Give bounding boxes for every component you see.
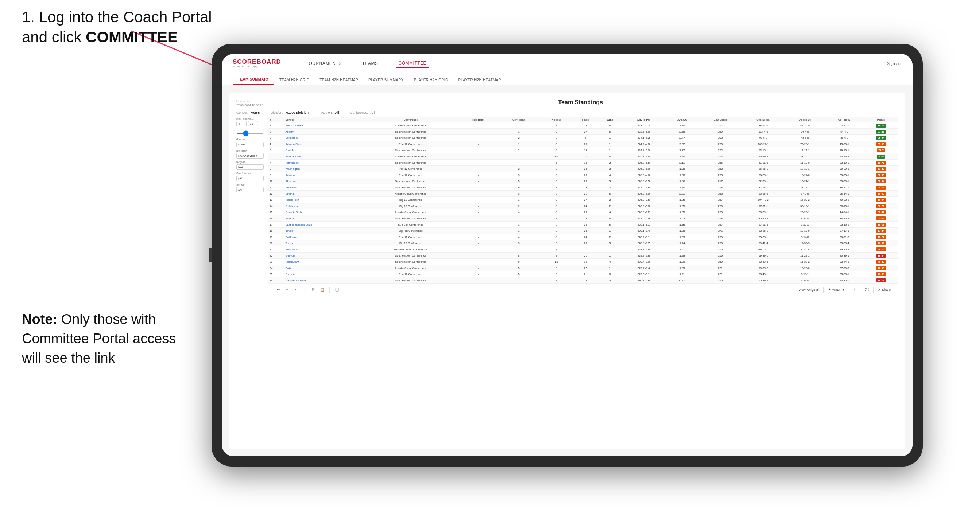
cell-low-score: 265 <box>699 160 741 166</box>
sub-nav-team-summary[interactable]: TEAM SUMMARY <box>233 75 274 85</box>
cell-conf-rank: 1 <box>498 246 540 252</box>
cell-adj-par: 277.5 -2.9 <box>622 215 665 222</box>
cell-rnds: 18 <box>573 160 598 166</box>
cell-no-tour: 8 <box>540 135 573 141</box>
cell-vs25: 63-17-0 <box>825 122 864 129</box>
download-btn[interactable]: ⬇ <box>853 288 856 292</box>
cell-rank: 9 <box>268 172 284 178</box>
cell-conf: Atlantic Coast Conference <box>363 154 458 160</box>
cell-vs25: 38-15-1 <box>825 203 864 209</box>
school-select[interactable]: (All) <box>236 187 264 192</box>
cell-conf-rank: 4 <box>498 234 540 240</box>
cell-overall: 88-17-0 <box>741 122 785 129</box>
table-row: 20 Texas Big 12 Conference - 3 9 28 3 27… <box>268 240 898 246</box>
share-btn[interactable]: ↗ Share <box>878 288 891 292</box>
cell-ovr-rec: 42-6-0 <box>785 135 825 141</box>
cell-points: 46.91 <box>864 240 898 246</box>
cell-conf-rank: 10 <box>498 277 540 284</box>
nav-teams[interactable]: TEAMS <box>359 59 381 67</box>
cell-vs25: 23-33-1 <box>825 271 864 277</box>
min-rounds-slider[interactable] <box>236 133 264 134</box>
cell-wins: 4 <box>598 215 622 222</box>
view-original-label: View: Original <box>799 288 818 292</box>
sub-nav-player-h2h-grid[interactable]: PLAYER H2H GRID <box>409 75 453 85</box>
cell-points: 89.11 <box>864 122 898 129</box>
cell-wins: 2 <box>598 160 622 166</box>
sub-nav-player-summary[interactable]: PLAYER SUMMARY <box>363 75 409 85</box>
cell-rank: 12 <box>268 190 284 197</box>
back-icon[interactable]: ‹ <box>293 287 299 293</box>
min-val1-input[interactable] <box>236 121 247 127</box>
cell-points: 60.71 <box>864 203 898 209</box>
cell-vs25: 39-20-1 <box>825 166 864 172</box>
cell-conf: Southeastern Conference <box>363 129 458 135</box>
cell-school: Auburn <box>284 129 363 135</box>
cell-rank: 13 <box>268 197 284 203</box>
cell-overall: 90-33-2 <box>741 265 785 271</box>
cell-adj-par: 280.7 -1.8 <box>622 277 665 284</box>
conference-select[interactable]: (All) SEC Big 12 ACC Pac-12 Big Ten <box>236 176 264 181</box>
redo-icon[interactable]: ↪ <box>284 287 290 293</box>
cell-rnds: 26 <box>573 141 598 147</box>
cell-school: Georgia <box>284 252 363 259</box>
forward-icon[interactable]: › <box>302 287 307 293</box>
cell-reg-rank: - <box>459 271 498 277</box>
cell-reg-rank: - <box>459 222 498 228</box>
cell-adj-par: 274.2 -4.0 <box>622 141 665 147</box>
cell-rank: 24 <box>268 265 284 271</box>
cell-ovr-rec: 30-15-1 <box>785 203 825 209</box>
cell-reg-rank: - <box>459 228 498 234</box>
region-select[interactable]: N/A Northeast Southeast Midwest West <box>236 164 264 170</box>
cell-points: 86.54 <box>864 135 898 141</box>
division-filter-display: Division: NCAA Division I <box>270 111 310 114</box>
cell-ovr-rec: 10-23-0 <box>785 265 825 271</box>
cell-avg-sg: 1.44 <box>665 240 699 246</box>
cell-no-tour: 10 <box>540 259 573 265</box>
view-original-btn[interactable]: View: Original <box>799 288 818 292</box>
sub-nav-team-h2h-grid[interactable]: TEAM H2H GRID <box>274 75 314 85</box>
cell-no-tour: 8 <box>540 222 573 228</box>
cell-avg-sg: 1.98 <box>665 172 699 178</box>
cell-avg-sg: 0.97 <box>665 277 699 284</box>
cell-adj-par: 273.5 -5.2 <box>622 122 665 129</box>
cell-school: Tennessee <box>284 160 363 166</box>
cell-conf: Southeastern Conference <box>363 184 458 190</box>
division-select[interactable]: NCAA Division I NCAA Division II NCAA Di… <box>236 153 264 159</box>
cell-low-score: 262 <box>699 166 741 172</box>
cell-points: 38.54 <box>864 252 898 259</box>
copy-icon[interactable]: ⎘ <box>310 287 316 293</box>
undo-icon[interactable]: ↩ <box>275 287 281 293</box>
sub-nav-team-h2h-heatmap[interactable]: TEAM H2H HEATMAP <box>314 75 363 85</box>
cell-ovr-rec: 11-29-1 <box>785 252 825 259</box>
cell-conf: Mountain West Conference <box>363 246 458 252</box>
fullscreen-btn[interactable]: ⛶ <box>865 288 869 292</box>
cell-adj-par: 279.1 -1.4 <box>622 228 665 234</box>
cell-low-score: 264 <box>699 154 741 160</box>
time-icon[interactable]: 🕐 <box>334 287 340 293</box>
cell-avg-sg: 1.28 <box>665 252 699 259</box>
nav-tournaments[interactable]: TOURNAMENTS <box>303 59 345 67</box>
gender-select[interactable]: Men's Women's <box>236 142 264 147</box>
sign-out-link[interactable]: Sign out <box>881 61 902 66</box>
cell-overall: 59-39-1 <box>741 252 785 259</box>
cell-avg-sg: 1.85 <box>665 197 699 203</box>
cell-avg-sg: 1.85 <box>665 203 699 209</box>
table-row: 4 Arizona State Pac-12 Conference - 1 8 … <box>268 141 898 147</box>
toolbar-separator <box>329 287 330 293</box>
cell-avg-sg: 2.77 <box>665 135 699 141</box>
conference-filter-display: Conference: All <box>350 111 375 114</box>
cell-conf-rank: 5 <box>498 265 540 271</box>
nav-committee[interactable]: COMMITTEE <box>396 59 430 68</box>
cell-overall: 91-6-0 <box>741 135 785 141</box>
cell-points: 48.42 <box>864 259 898 265</box>
table-row: 8 Washington Pac-12 Conference - 2 8 23 … <box>268 166 898 172</box>
sub-nav-player-h2h-heatmap[interactable]: PLAYER H2H HEATMAP <box>453 75 506 85</box>
cell-low-score: 271 <box>699 271 741 277</box>
cell-rank: 1 <box>268 122 284 129</box>
cell-conf: Southeastern Conference <box>363 252 458 259</box>
cell-avg-sg: 1.30 <box>665 259 699 265</box>
watch-btn[interactable]: 👁 Watch ▾ <box>828 288 844 292</box>
paste-icon[interactable]: 📋 <box>319 287 325 293</box>
th-points: Points <box>864 117 898 122</box>
min-val2-input[interactable] <box>248 121 258 127</box>
